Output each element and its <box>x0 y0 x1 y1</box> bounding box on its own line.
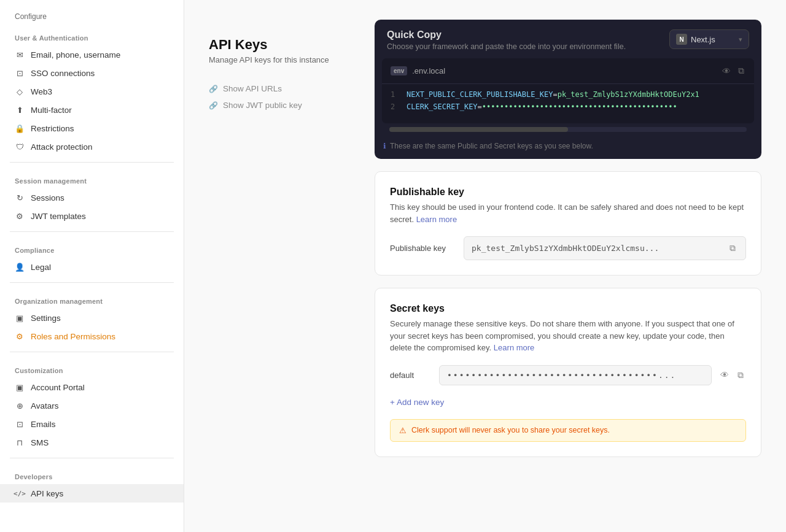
account-portal-icon: ▣ <box>15 382 25 392</box>
line-code: NEXT_PUBLIC_CLERK_PUBLISHABLE_KEY=pk_tes… <box>407 90 699 99</box>
sidebar-item-org-settings[interactable]: ▣ Settings <box>0 309 184 327</box>
warning-text: Clerk support will never ask you to shar… <box>411 426 610 434</box>
file-name-label: .env.local <box>412 66 445 75</box>
sidebar-item-label: SSO connections <box>31 69 95 78</box>
quick-copy-subtitle: Choose your framework and paste the code… <box>387 42 626 51</box>
sidebar-item-web3[interactable]: ◇ Web3 <box>0 82 184 101</box>
sidebar-item-emails[interactable]: ⊡ Emails <box>0 415 184 433</box>
publishable-key-desc: This key should be used in your frontend… <box>390 201 746 225</box>
avatars-icon: ⊕ <box>15 401 25 411</box>
warning-icon: ⚠ <box>399 426 407 435</box>
sso-icon: ⊡ <box>15 68 25 78</box>
sidebar-item-sms[interactable]: ⊓ SMS <box>0 433 184 452</box>
sidebar-item-label: SMS <box>31 438 49 447</box>
env-value: ••••••••••••••••••••••••••••••••••••••••… <box>482 102 677 111</box>
sidebar-item-label: Roles and Permissions <box>31 332 115 341</box>
section-title-developers: Developers <box>0 465 184 484</box>
line-number: 2 <box>391 102 399 111</box>
sidebar-item-label: Attack protection <box>31 142 93 152</box>
sidebar-item-restrictions[interactable]: 🔒 Restrictions <box>0 119 184 137</box>
code-area: env .env.local 👁 ⧉ 1 <box>382 58 754 123</box>
sidebar-item-avatars[interactable]: ⊕ Avatars <box>0 396 184 415</box>
api-keys-icon: </> <box>15 488 25 498</box>
info-icon: ℹ <box>383 142 386 150</box>
section-title-customization: Customization <box>0 358 184 378</box>
restrictions-icon: 🔒 <box>15 123 25 133</box>
show-jwt-public-key-link[interactable]: 🔗 Show JWT public key <box>209 101 350 110</box>
email-icon: ✉ <box>15 50 25 60</box>
nav-link-label: Show API URLs <box>223 84 282 93</box>
secret-keys-title: Secret keys <box>390 303 746 314</box>
section-title-org-mgmt: Organization management <box>0 289 184 309</box>
quick-copy-footer: ℹ These are the same Public and Secret k… <box>375 136 761 159</box>
quick-copy-box: Quick Copy Choose your framework and pas… <box>375 20 761 159</box>
sidebar-item-api-keys[interactable]: </> API keys <box>0 484 184 503</box>
reveal-secret-key-button[interactable]: 👁 <box>718 369 731 382</box>
quick-copy-header: Quick Copy Choose your framework and pas… <box>375 20 761 58</box>
env-key: NEXT_PUBLIC_CLERK_PUBLISHABLE_KEY <box>407 90 553 99</box>
scrollbar-thumb <box>389 127 568 132</box>
sidebar-item-label: Multi-factor <box>31 106 72 115</box>
scrollbar[interactable] <box>389 127 747 132</box>
warning-banner: ⚠ Clerk support will never ask you to sh… <box>390 419 746 442</box>
page-subtitle: Manage API keys for this instance <box>209 55 350 64</box>
legal-icon: 👤 <box>15 262 25 272</box>
page-header: API Keys Manage API keys for this instan… <box>209 17 350 72</box>
multifactor-icon: ⬆ <box>15 105 25 115</box>
sidebar-item-sessions[interactable]: ↻ Sessions <box>0 188 184 207</box>
copy-code-button[interactable]: ⧉ <box>737 64 745 77</box>
section-title-session: Session management <box>0 169 184 188</box>
code-line-2: 2 CLERK_SECRET_KEY=•••••••••••••••••••••… <box>391 102 745 111</box>
emails-icon: ⊡ <box>15 419 25 429</box>
sidebar-item-label: Legal <box>31 263 51 272</box>
framework-selector[interactable]: N Next.js ▾ <box>669 29 749 49</box>
secret-learn-more-link[interactable]: Learn more <box>494 343 534 352</box>
sms-icon: ⊓ <box>15 438 25 447</box>
chevron-down-icon: ▾ <box>739 36 742 44</box>
sidebar-item-email-phone-username[interactable]: ✉ Email, phone, username <box>0 45 184 64</box>
footer-note: These are the same Public and Secret key… <box>390 142 593 150</box>
sidebar-item-sso-connections[interactable]: ⊡ SSO connections <box>0 64 184 82</box>
sidebar-section-session: Session management ↻ Sessions ⚙ JWT temp… <box>0 169 184 225</box>
copy-publishable-key-button[interactable]: ⧉ <box>727 242 738 255</box>
section-title-user-auth: User & Authentication <box>0 26 184 45</box>
roles-icon: ⚙ <box>15 331 25 341</box>
sidebar-item-roles-permissions[interactable]: ⚙ Roles and Permissions <box>0 327 184 345</box>
divider <box>10 162 174 163</box>
sidebar-item-label: Avatars <box>31 401 59 411</box>
env-value: pk_test_ZmlybS1zYXdmbHktODEuY2x1 <box>558 90 699 99</box>
secret-keys-card: Secret keys Securely manage these sensit… <box>375 288 761 457</box>
sidebar-item-label: Web3 <box>31 87 52 96</box>
configure-label: Configure <box>0 10 184 26</box>
copy-secret-key-button[interactable]: ⧉ <box>735 369 746 382</box>
nav-link-label: Show JWT public key <box>223 101 302 110</box>
framework-icon: N <box>676 34 687 45</box>
divider <box>10 231 174 232</box>
publishable-key-card: Publishable key This key should be used … <box>375 171 761 276</box>
jwt-icon: ⚙ <box>15 211 25 221</box>
secret-default-label: default <box>390 371 433 380</box>
sidebar-item-jwt-templates[interactable]: ⚙ JWT templates <box>0 207 184 225</box>
show-api-urls-link[interactable]: 🔗 Show API URLs <box>209 84 350 93</box>
publishable-key-row: Publishable key pk_test_ZmlybS1zYXdmbHkt… <box>390 236 746 260</box>
divider <box>10 282 174 283</box>
code-line-1: 1 NEXT_PUBLIC_CLERK_PUBLISHABLE_KEY=pk_t… <box>391 90 745 99</box>
web3-icon: ◇ <box>15 87 25 96</box>
add-new-key-button[interactable]: + Add new key <box>390 395 444 409</box>
sidebar-item-legal[interactable]: 👤 Legal <box>0 258 184 276</box>
quick-copy-section: Quick Copy Choose your framework and pas… <box>375 20 761 159</box>
line-number: 1 <box>391 90 399 99</box>
sidebar-item-attack-protection[interactable]: 🛡 Attack protection <box>0 137 184 156</box>
page-title: API Keys <box>209 37 350 53</box>
main-content: API Keys Manage API keys for this instan… <box>184 0 786 532</box>
sidebar-item-account-portal[interactable]: ▣ Account Portal <box>0 378 184 396</box>
sidebar-item-label: Emails <box>31 420 56 429</box>
divider <box>10 458 174 458</box>
sidebar-item-multi-factor[interactable]: ⬆ Multi-factor <box>0 101 184 119</box>
preview-button[interactable]: 👁 <box>721 64 732 77</box>
sidebar-item-label: Email, phone, username <box>31 50 120 60</box>
secret-key-actions: 👁 ⧉ <box>718 369 746 382</box>
publishable-learn-more-link[interactable]: Learn more <box>416 215 457 224</box>
secret-keys-desc: Securely manage these sensitive keys. Do… <box>390 318 746 354</box>
section-title-compliance: Compliance <box>0 238 184 258</box>
